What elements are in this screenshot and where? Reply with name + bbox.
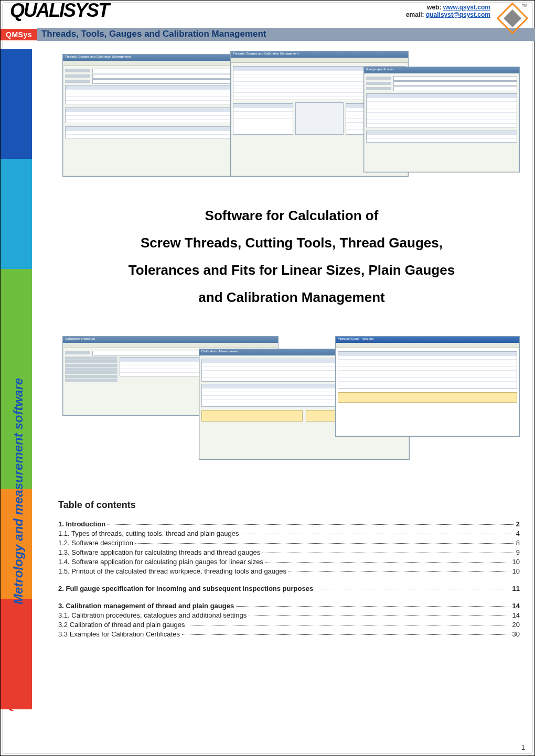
screenshot-group-2: Calibration procedure Calibration · Meas… (62, 336, 519, 472)
toc-entry[interactable]: 1.5. Printout of the calculated thread w… (58, 567, 520, 575)
email-label: email: (406, 11, 424, 18)
window-title: Threads, Gauges and Calibration Manageme… (231, 51, 408, 58)
toc-label: 3.1. Calibration procedures, catalogues … (58, 611, 247, 619)
contact-block: web: www.qsyst.com email: qualisyst@qsys… (406, 4, 490, 18)
toc-label: 1. Introduction (58, 520, 105, 528)
product-title: Threads, Tools, Gauges and Calibration M… (37, 28, 535, 41)
svg-text:TM: TM (522, 4, 527, 7)
toc-entry[interactable]: 1.1. Types of threads, cutting tools, th… (58, 530, 520, 537)
toc-leader-dots (315, 589, 510, 589)
toc-heading: Table of contents (58, 500, 520, 511)
toolbar (63, 343, 278, 348)
window-title: Gauge specification (364, 67, 519, 73)
toc-page: 2 (516, 520, 520, 528)
company-logo-text: QUALISYST (1, 0, 109, 21)
title-line: Screw Threads, Cutting Tools, Thread Gau… (63, 229, 520, 256)
toc-entry[interactable]: 2. Full gauge specification for incoming… (58, 585, 520, 592)
side-rail-q-icon: Q (2, 689, 16, 712)
toc-label: 1.3. Software application for calculatin… (58, 548, 260, 556)
toc-leader-dots (262, 553, 514, 553)
toc-leader-dots (249, 615, 510, 616)
excel-highlight-row (338, 392, 517, 403)
toc-entry[interactable]: 1. Introduction2 (58, 520, 520, 528)
side-rail: Metrology and measurement software Q (1, 49, 32, 709)
toc-leader-dots (187, 625, 510, 625)
toc-leader-dots (236, 606, 510, 607)
toc-entry[interactable]: 1.3. Software application for calculatin… (58, 548, 520, 556)
window-title: Microsoft Excel – test.xml (336, 337, 519, 343)
excel-ribbon (336, 343, 519, 348)
page-header: QUALISYST QMSys Threads, Tools, Gauges a… (1, 1, 534, 38)
toc-label: 1.5. Printout of the calculated thread w… (58, 567, 286, 575)
toc-entry[interactable]: 3.2 Calibration of thread and plain gaug… (58, 621, 520, 629)
toc-entry[interactable]: 3. Calibration management of thread and … (58, 602, 520, 610)
toc-page: 14 (512, 602, 520, 610)
toc-page: 30 (512, 630, 520, 638)
window-title: Threads, Gauges and Calibration Manageme… (63, 55, 257, 61)
toolbar (231, 58, 408, 63)
title-line: and Calibration Management (63, 284, 520, 311)
web-link[interactable]: www.qsyst.com (443, 4, 490, 11)
toc-page: 8 (516, 539, 520, 547)
toc-leader-dots (182, 634, 510, 635)
qmsys-badge: QMSys (1, 29, 37, 40)
toc-page: 20 (512, 621, 520, 629)
thread-diagram-thumbnail (295, 102, 344, 135)
toc-label: 1.2. Software description (58, 539, 133, 547)
toc-entry[interactable]: 3.1. Calibration procedures, catalogues … (58, 611, 520, 619)
document-title: Software for Calculation of Screw Thread… (63, 202, 520, 311)
result-highlight (201, 410, 303, 422)
side-rail-text: Metrology and measurement software (11, 378, 26, 604)
toc-label: 3. Calibration management of thread and … (58, 602, 234, 610)
toc-entry[interactable]: 1.4. Software application for calculatin… (58, 558, 520, 566)
toolbar (63, 61, 257, 66)
toc-leader-dots (241, 534, 514, 534)
page-number: 1 (521, 744, 525, 751)
toc-page: 10 (512, 558, 520, 566)
toc-label: 3.3 Examples for Calibration Certificate… (58, 630, 180, 638)
toc-leader-dots (108, 524, 513, 525)
email-link[interactable]: qualisyst@qsyst.com (426, 11, 490, 18)
toc-page: 4 (516, 530, 520, 537)
toc-page: 9 (516, 548, 520, 556)
table-of-contents: Table of contents 1. Introduction21.1. T… (58, 500, 520, 640)
screenshot-group-1: Threads, Gauges and Calibration Manageme… (62, 51, 519, 187)
toc-label: 1.4. Software application for calculatin… (58, 558, 263, 566)
toc-page: 11 (512, 585, 520, 592)
toc-page: 10 (512, 567, 520, 575)
screenshot-panel-excel: Microsoft Excel – test.xml (335, 336, 520, 437)
toc-entry[interactable]: 1.2. Software description8 (58, 539, 520, 547)
title-line: Software for Calculation of (63, 202, 520, 229)
logo-word: QUALISYST (1, 0, 109, 21)
toc-page: 14 (512, 611, 520, 619)
toc-leader-dots (288, 571, 510, 572)
toc-label: 1.1. Types of threads, cutting tools, th… (58, 530, 239, 537)
screenshot-panel-threads-config: Threads, Gauges and Calibration Manageme… (62, 54, 258, 177)
toc-label: 2. Full gauge specification for incoming… (58, 585, 313, 592)
toc-leader-dots (265, 562, 510, 563)
toc-label: 3.2 Calibration of thread and plain gaug… (58, 621, 185, 629)
web-label: web: (427, 4, 441, 11)
svg-rect-1 (504, 9, 521, 27)
toc-leader-dots (135, 543, 514, 544)
qualisyst-diamond-logo: TM (496, 2, 529, 35)
window-title: Calibration procedure (63, 337, 278, 343)
product-bar: QMSys Threads, Tools, Gauges and Calibra… (1, 28, 535, 41)
title-line: Tolerances and Fits for Linear Sizes, Pl… (63, 256, 520, 284)
screenshot-panel-gauge-spec: Gauge specification (363, 67, 520, 172)
toc-entry[interactable]: 3.3 Examples for Calibration Certificate… (58, 630, 520, 638)
